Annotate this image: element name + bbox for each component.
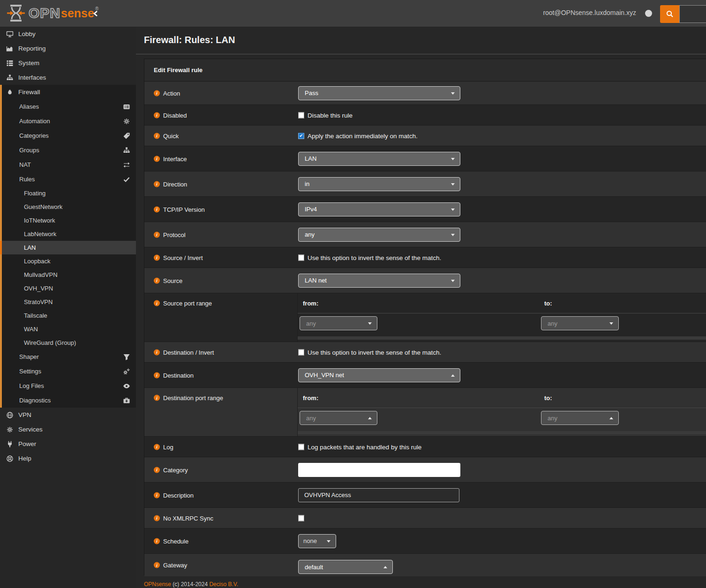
action-select[interactable]: Pass xyxy=(298,86,460,100)
no-xmlrpc-checkbox[interactable] xyxy=(298,515,304,521)
info-icon[interactable] xyxy=(154,467,160,473)
info-icon[interactable] xyxy=(154,515,160,521)
sidebar-item-rules[interactable]: Rules xyxy=(2,172,136,186)
sidebar-item-rule-labnetwork[interactable]: LabNetwork xyxy=(2,227,136,241)
deciso-link[interactable]: Deciso B.V. xyxy=(209,581,238,588)
destination-invert-checkbox[interactable] xyxy=(298,349,304,355)
destination-port-to-select[interactable]: any xyxy=(541,411,619,425)
sidebar-item-automation[interactable]: Automation xyxy=(2,114,136,128)
horizontal-scrollbar[interactable] xyxy=(298,431,706,434)
tcpip-version-select[interactable]: IPv4 xyxy=(298,202,460,216)
destination-port-from-select[interactable]: any xyxy=(300,411,377,425)
sidebar-item-rule-guestnetwork[interactable]: GuestNetwork xyxy=(2,200,136,214)
sidebar-item-services[interactable]: Services xyxy=(0,422,136,437)
source-invert-checkbox[interactable] xyxy=(298,254,304,261)
info-icon[interactable] xyxy=(154,156,160,162)
sidebar-item-log-files[interactable]: Log Files xyxy=(2,379,136,393)
sidebar-item-categories[interactable]: Categories xyxy=(2,128,136,143)
field-label: Source / Invert xyxy=(163,254,203,261)
sidebar-item-firewall[interactable]: Firewall xyxy=(2,85,136,99)
tag-icon xyxy=(123,132,130,140)
source-select[interactable]: LAN net xyxy=(298,274,460,288)
sidebar-item-shaper[interactable]: Shaper xyxy=(2,350,136,364)
disabled-checkbox[interactable] xyxy=(298,112,304,118)
medkit-icon xyxy=(123,397,130,404)
logo-text-sense: sense xyxy=(61,4,94,22)
info-icon[interactable] xyxy=(154,349,160,355)
info-icon[interactable] xyxy=(154,254,160,261)
direction-select[interactable]: in xyxy=(298,177,460,191)
source-port-from-select[interactable]: any xyxy=(300,316,377,330)
category-input[interactable] xyxy=(298,463,460,477)
field-label: Action xyxy=(163,89,180,97)
main-content: Firewall: Rules: LAN Edit Firewall rule … xyxy=(136,27,706,588)
sidebar-item-rule-lan[interactable]: LAN xyxy=(2,241,136,254)
sidebar-item-vpn[interactable]: VPN xyxy=(0,408,136,422)
search-button[interactable] xyxy=(660,5,679,23)
chevron-up-icon xyxy=(609,417,613,419)
info-icon[interactable] xyxy=(154,90,160,96)
sidebar-item-rule-loopback[interactable]: Loopback xyxy=(2,254,136,268)
info-icon[interactable] xyxy=(154,277,160,283)
sidebar-item-power[interactable]: Power xyxy=(0,437,136,451)
sidebar-item-lobby[interactable]: Lobby xyxy=(0,27,136,41)
info-icon[interactable] xyxy=(154,181,160,187)
list-alt-icon xyxy=(123,103,130,111)
sidebar-item-settings[interactable]: Settings xyxy=(2,364,136,379)
chevron-down-icon xyxy=(451,234,455,236)
form-row-destination: Destination OVH_VPN net xyxy=(144,363,706,388)
info-icon[interactable] xyxy=(154,538,160,544)
schedule-select[interactable]: none xyxy=(298,534,336,548)
page-title: Firewall: Rules: LAN xyxy=(144,35,235,45)
info-icon[interactable] xyxy=(154,395,160,401)
info-icon[interactable] xyxy=(154,372,160,378)
destination-select[interactable]: OVH_VPN net xyxy=(298,368,460,382)
chevron-down-icon xyxy=(609,322,613,325)
destination-port-table: from: any to: any xyxy=(297,388,706,436)
form-row-log: Log Log packets that are handled by this… xyxy=(144,437,706,457)
info-icon[interactable] xyxy=(154,133,160,139)
sidebar-item-aliases[interactable]: Aliases xyxy=(2,99,136,114)
sidebar-item-rule-floating[interactable]: Floating xyxy=(2,186,136,200)
info-icon[interactable] xyxy=(154,492,160,498)
form-row-direction: Direction in xyxy=(144,171,706,197)
info-icon[interactable] xyxy=(154,112,160,118)
info-icon[interactable] xyxy=(154,444,160,450)
source-port-to-select[interactable]: any xyxy=(541,316,619,330)
search-input[interactable] xyxy=(679,5,706,23)
sidebar-collapse-chevron-icon[interactable] xyxy=(93,10,98,17)
info-icon[interactable] xyxy=(154,562,160,568)
info-icon[interactable] xyxy=(154,206,160,212)
sidebar-item-interfaces[interactable]: Interfaces xyxy=(0,70,136,85)
from-column-header: from: xyxy=(303,300,318,307)
sidebar-item-rule-wan[interactable]: WAN xyxy=(2,322,136,336)
field-label: No XMLRPC Sync xyxy=(163,514,213,521)
sidebar-item-rule-mullvadvpn[interactable]: MullvadVPN xyxy=(2,268,136,282)
plug-icon xyxy=(6,440,14,448)
interface-select[interactable]: LAN xyxy=(298,152,460,166)
sidebar-item-rule-wireguard-group-[interactable]: WireGuard (Group) xyxy=(2,336,136,350)
sidebar-item-nat[interactable]: NAT xyxy=(2,157,136,172)
to-column-header: to: xyxy=(544,394,552,402)
sidebar-item-groups[interactable]: Groups xyxy=(2,143,136,157)
sidebar-item-rule-ovh-vpn[interactable]: OVH_VPN xyxy=(2,282,136,295)
quick-checkbox[interactable] xyxy=(298,133,304,139)
sidebar-item-rule-stratovpn[interactable]: StratoVPN xyxy=(2,295,136,309)
log-checkbox[interactable] xyxy=(298,444,304,450)
field-label: Description xyxy=(163,491,194,499)
sidebar-item-diagnostics[interactable]: Diagnostics xyxy=(2,393,136,408)
gateway-select[interactable]: default xyxy=(298,560,393,574)
field-label: Disabled xyxy=(163,112,187,119)
sidebar-item-reporting[interactable]: Reporting xyxy=(0,41,136,56)
info-icon[interactable] xyxy=(154,300,160,306)
sidebar-item-system[interactable]: System xyxy=(0,56,136,70)
sidebar-item-rule-tailscale[interactable]: Tailscale xyxy=(2,309,136,322)
life-ring-icon xyxy=(6,455,14,462)
description-input[interactable] xyxy=(298,488,459,502)
sidebar-item-help[interactable]: Help xyxy=(0,451,136,466)
horizontal-scrollbar[interactable] xyxy=(298,336,706,340)
sidebar-item-rule-iotnetwork[interactable]: IoTNetwork xyxy=(2,214,136,227)
opnsense-link[interactable]: OPNsense xyxy=(144,581,171,588)
protocol-select[interactable]: any xyxy=(298,228,460,242)
info-icon[interactable] xyxy=(154,231,160,238)
